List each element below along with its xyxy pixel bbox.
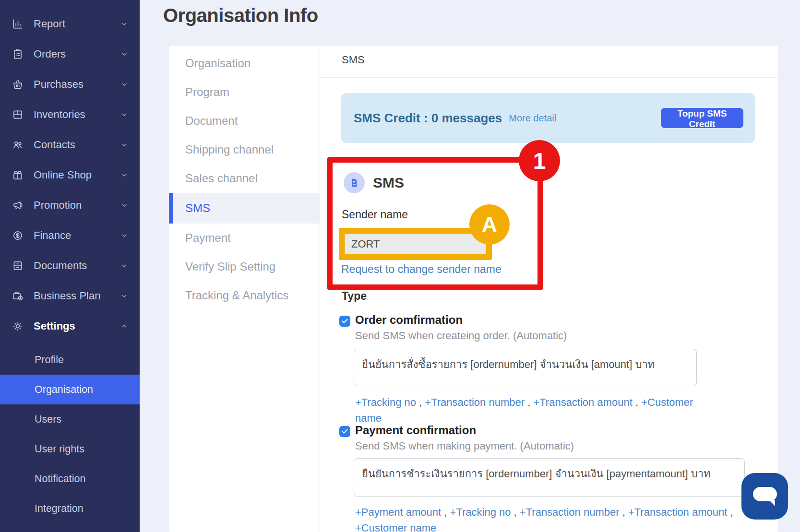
sidebar-item-settings[interactable]: Settings xyxy=(0,311,140,341)
order-confirmation-checkbox[interactable] xyxy=(339,316,350,327)
add-transaction-number-link[interactable]: +Transaction number xyxy=(520,506,620,518)
tab-verify-slip-setting[interactable]: Verify Slip Setting xyxy=(169,252,320,281)
dollar-circle-icon xyxy=(12,229,24,242)
gear-icon xyxy=(12,320,24,332)
submenu-label: Profile xyxy=(35,354,64,366)
sidebar-item-orders[interactable]: Orders xyxy=(0,39,140,69)
submenu-label: Users xyxy=(35,414,61,426)
tab-tracking-analytics[interactable]: Tracking & Analytics xyxy=(169,281,320,310)
tab-organisation[interactable]: Organisation xyxy=(169,49,320,78)
sender-name-input[interactable]: ZORT xyxy=(345,234,486,254)
sidebar-item-business-plan[interactable]: Business Plan xyxy=(0,281,140,311)
chevron-down-icon xyxy=(120,171,128,179)
payment-message-input[interactable]: ยืนยันการชำระเงินรายการ [ordernumber] จำ… xyxy=(354,458,745,497)
box-icon xyxy=(12,108,24,121)
organisation-info-card: Organisation Program Document Shipping c… xyxy=(169,46,778,532)
sidebar-item-inventories[interactable]: Inventories xyxy=(0,99,140,130)
submenu-label: Notification xyxy=(35,473,85,485)
main-sidebar: Report Orders Purchases Inventories xyxy=(0,0,140,532)
sidebar-item-purchases[interactable]: Purchases xyxy=(0,69,140,99)
check-icon xyxy=(341,318,348,325)
tab-label: Tracking & Analytics xyxy=(185,289,288,302)
megaphone-icon xyxy=(12,199,24,212)
tab-label: Document xyxy=(185,114,238,128)
tab-document[interactable]: Document xyxy=(169,106,320,135)
sidebar-item-promotion[interactable]: Promotion xyxy=(0,190,140,220)
separator: , xyxy=(633,396,641,408)
tab-label: SMS xyxy=(185,201,210,215)
sidebar-item-contacts[interactable]: Contacts xyxy=(0,130,140,160)
payment-confirmation-desc: Send SMS when making payment. (Automatic… xyxy=(355,440,574,452)
tab-label: Verify Slip Setting xyxy=(185,260,275,273)
add-transaction-amount-link[interactable]: +Transaction amount xyxy=(533,396,632,408)
sidebar-item-label: Finance xyxy=(34,229,71,242)
order-confirmation-desc: Send SMS when createing order. (Automati… xyxy=(355,330,567,342)
chevron-down-icon xyxy=(120,262,128,270)
tab-program[interactable]: Program xyxy=(169,78,320,106)
tab-sales-channel[interactable]: Sales channel xyxy=(169,164,320,193)
add-transaction-number-link[interactable]: +Transaction number xyxy=(425,396,525,408)
order-tag-links: +Tracking no , +Transaction number , +Tr… xyxy=(355,394,720,426)
payment-confirmation-checkbox[interactable] xyxy=(339,426,350,437)
order-confirmation-title: Order comfirmation xyxy=(355,313,463,327)
separator: , xyxy=(620,506,628,518)
sidebar-item-report[interactable]: Report xyxy=(0,9,140,39)
sidebar-item-label: Promotion xyxy=(34,199,82,212)
sidebar-item-online-shop[interactable]: Online Shop xyxy=(0,160,140,190)
sidebar-item-documents[interactable]: Documents xyxy=(0,250,140,281)
sidebar-item-users[interactable]: Users xyxy=(0,404,140,434)
sms-credit-banner: SMS Credit : 0 messages More detail Topu… xyxy=(341,93,755,143)
tab-shipping-channel[interactable]: Shipping channel xyxy=(169,135,320,164)
submenu-label: Integration xyxy=(35,503,84,515)
topup-sms-credit-button[interactable]: Topup SMS Credit xyxy=(661,108,743,128)
add-transaction-amount-link[interactable]: +Transaction amount xyxy=(628,506,727,518)
main-content: Organisation Info Organisation Program D… xyxy=(140,0,800,532)
settings-submenu: Profile Organisation Users User rights N… xyxy=(0,345,140,523)
briefcase-clock-icon xyxy=(12,290,24,302)
submenu-label: Organisation xyxy=(35,384,93,396)
add-customer-name-link[interactable]: +Customer name xyxy=(355,522,436,532)
order-message-input[interactable]: ยืนยันการสั่งซื้อรายการ [ordernumber] จำ… xyxy=(354,349,697,386)
sidebar-item-label: Contacts xyxy=(34,139,75,151)
sidebar-item-label: Documents xyxy=(34,260,87,272)
sidebar-item-profile[interactable]: Profile xyxy=(0,345,140,375)
separator: , xyxy=(727,506,736,518)
add-tracking-no-link[interactable]: +Tracking no xyxy=(450,506,511,518)
section-divider xyxy=(320,77,778,78)
tab-sms[interactable]: SMS xyxy=(169,193,320,224)
check-icon xyxy=(341,428,348,435)
more-detail-link[interactable]: More detail xyxy=(509,113,556,124)
chevron-down-icon xyxy=(120,292,128,300)
sender-name-label: Sender name xyxy=(342,208,408,221)
sidebar-item-label: Settings xyxy=(34,320,75,332)
sidebar-item-user-rights[interactable]: User rights xyxy=(0,434,140,464)
sms-credit-text: SMS Credit : 0 messages xyxy=(354,111,502,126)
section-header: SMS xyxy=(342,54,365,66)
sidebar-item-integration[interactable]: Integration xyxy=(0,494,140,523)
tab-label: Sales channel xyxy=(185,172,258,185)
chevron-down-icon xyxy=(120,20,128,28)
bar-chart-icon xyxy=(12,18,24,30)
payment-tag-links: +Payment amount , +Tracking no , +Transa… xyxy=(355,504,758,532)
tab-label: Payment xyxy=(185,231,231,245)
separator: , xyxy=(416,396,425,408)
people-icon xyxy=(12,139,24,151)
add-payment-amount-link[interactable]: +Payment amount xyxy=(355,506,441,518)
chevron-down-icon xyxy=(120,81,128,88)
chevron-down-icon xyxy=(120,111,128,118)
chat-widget-button[interactable] xyxy=(741,473,788,520)
basket-icon xyxy=(12,78,24,91)
sidebar-item-label: Report xyxy=(34,18,65,30)
type-label: Type xyxy=(342,290,367,303)
tab-payment[interactable]: Payment xyxy=(169,224,320,252)
sidebar-item-finance[interactable]: Finance xyxy=(0,220,140,250)
separator: , xyxy=(441,506,450,518)
add-tracking-no-link[interactable]: +Tracking no xyxy=(355,396,416,408)
sidebar-item-label: Orders xyxy=(34,48,66,60)
chat-bubble-icon xyxy=(752,485,777,508)
sidebar-item-notification[interactable]: Notification xyxy=(0,464,140,494)
sidebar-item-label: Inventories xyxy=(34,108,85,121)
request-change-sender-link[interactable]: Request to change sender name xyxy=(341,263,501,276)
sidebar-item-organisation[interactable]: Organisation xyxy=(0,375,140,404)
sms-block-title: SMS xyxy=(373,175,404,191)
